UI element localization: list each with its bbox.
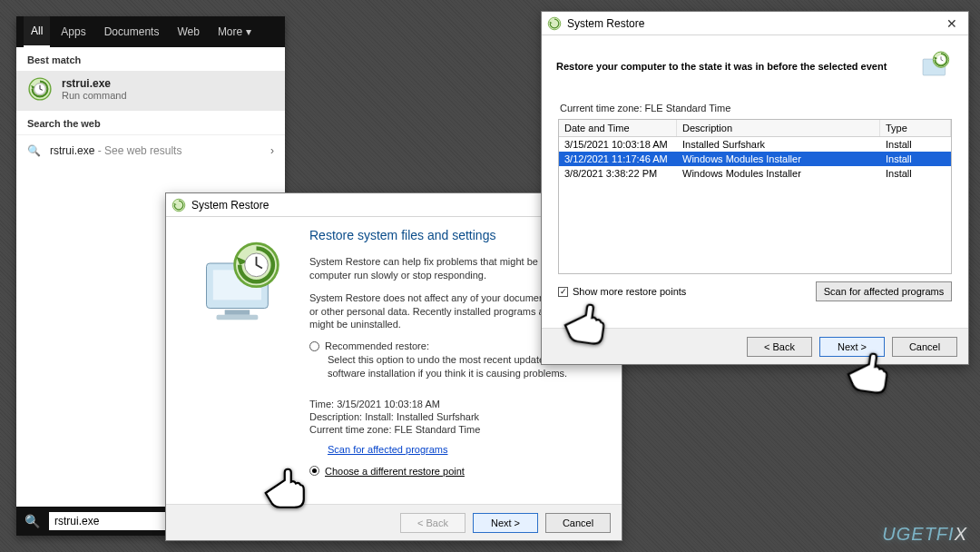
search-icon: 🔍	[27, 144, 41, 157]
table-row[interactable]: 3/15/2021 10:03:18 AMInstalled Surfshark…	[559, 137, 951, 152]
system-restore-list-window: System Restore ✕ Restore your computer t…	[541, 11, 969, 365]
wizard-footer: < Back Next > Cancel	[166, 504, 622, 540]
search-web-row[interactable]: 🔍 rstrui.exe - See web results ›	[16, 134, 285, 166]
restore-list-heading: Restore your computer to the state it wa…	[556, 61, 906, 72]
wizard-footer: < Back Next > Cancel	[542, 328, 968, 364]
titlebar: System Restore ✕	[542, 12, 968, 35]
best-match-row[interactable]: rstrui.exe Run command	[16, 71, 285, 111]
show-more-checkbox[interactable]: Show more restore points	[558, 286, 686, 297]
scan-affected-button[interactable]: Scan for affected programs	[816, 281, 952, 301]
scan-affected-link[interactable]: Scan for affected programs	[328, 444, 447, 455]
next-button[interactable]: Next >	[819, 337, 885, 357]
restore-desc-line: Description: Install: Installed Surfshar…	[309, 411, 605, 422]
best-match-label: Best match	[16, 47, 285, 71]
col-datetime[interactable]: Date and Time	[559, 120, 677, 136]
cancel-button[interactable]: Cancel	[545, 513, 611, 533]
col-description[interactable]: Description	[677, 120, 880, 136]
search-tab-all[interactable]: All	[24, 16, 50, 47]
best-match-sub: Run command	[62, 90, 127, 101]
chevron-right-icon: ›	[270, 144, 274, 157]
back-button: < Back	[400, 513, 466, 533]
best-match-title: rstrui.exe	[62, 77, 127, 90]
search-tabs: All Apps Documents Web More▾	[16, 16, 285, 47]
restore-time: Time: 3/15/2021 10:03:18 AM	[309, 399, 605, 409]
search-tab-more[interactable]: More▾	[211, 16, 259, 47]
search-tab-web[interactable]: Web	[170, 16, 206, 47]
svg-rect-6	[217, 315, 259, 320]
back-button[interactable]: < Back	[747, 337, 812, 357]
restore-icon	[917, 48, 954, 84]
svg-rect-5	[225, 310, 250, 315]
window-title: System Restore	[191, 199, 269, 212]
restore-points-table: Date and Time Description Type 3/15/2021…	[558, 119, 952, 274]
table-row[interactable]: 3/12/2021 11:17:46 AMWindows Modules Ins…	[559, 152, 951, 166]
restore-icon	[172, 198, 186, 212]
search-tab-apps[interactable]: Apps	[54, 16, 93, 47]
cancel-button[interactable]: Cancel	[892, 337, 957, 357]
search-tab-documents[interactable]: Documents	[97, 16, 167, 47]
close-button[interactable]: ✕	[941, 16, 963, 31]
restore-tz: Current time zone: FLE Standard Time	[309, 424, 605, 435]
choose-different-radio[interactable]: Choose a different restore point	[309, 466, 605, 477]
window-title: System Restore	[567, 17, 644, 30]
table-row[interactable]: 3/8/2021 3:38:22 PMWindows Modules Insta…	[559, 166, 951, 181]
restore-icon	[547, 16, 562, 31]
watermark: UGETFIX	[882, 524, 967, 545]
timezone-label: Current time zone: FLE Standard Time	[542, 101, 968, 119]
search-icon: 🔍	[23, 514, 42, 528]
restore-hero-icon	[191, 233, 291, 333]
col-type[interactable]: Type	[880, 120, 951, 136]
restore-icon	[27, 76, 53, 102]
search-web-label: Search the web	[16, 111, 285, 134]
next-button[interactable]: Next >	[473, 513, 538, 533]
